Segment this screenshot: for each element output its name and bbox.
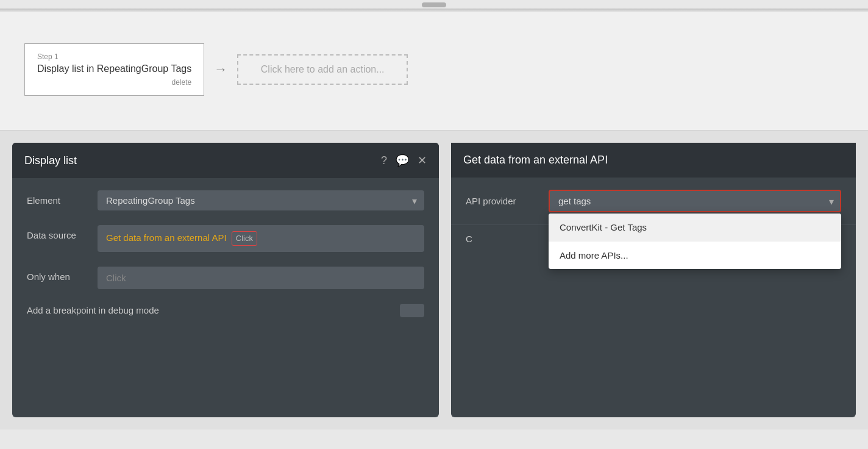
api-provider-row: API provider get tags ConvertKit - Get T…: [451, 178, 856, 225]
step1-delete[interactable]: delete: [37, 78, 191, 87]
only-when-placeholder: Click: [106, 273, 126, 283]
dropdown-item-add-more-label: Add more APIs...: [560, 250, 628, 260]
breakpoint-toggle[interactable]: [400, 304, 424, 317]
element-control: RepeatingGroup Tags: [98, 190, 424, 210]
help-icon[interactable]: ?: [381, 154, 387, 167]
dropdown-item-convertkit-label: ConvertKit - Get Tags: [560, 222, 647, 232]
api-provider-select-wrapper: get tags ConvertKit - Get Tags Add more …: [549, 190, 841, 212]
only-when-input[interactable]: Click: [98, 267, 424, 289]
data-source-text: Get data from an external API: [106, 232, 227, 243]
display-list-panel: Display list ? 💬 ✕ Element RepeatingGrou…: [12, 143, 439, 417]
only-when-row: Only when Click: [27, 267, 424, 289]
element-label: Element: [27, 190, 88, 206]
element-row: Element RepeatingGroup Tags: [27, 190, 424, 210]
element-select[interactable]: RepeatingGroup Tags: [98, 190, 424, 210]
arrow-icon: →: [214, 62, 227, 77]
display-list-body: Element RepeatingGroup Tags Data source …: [12, 178, 439, 329]
display-list-header: Display list ? 💬 ✕: [12, 143, 439, 178]
external-api-panel: Get data from an external API API provid…: [451, 143, 856, 417]
add-action-box[interactable]: Click here to add an action...: [237, 54, 408, 85]
api-provider-select[interactable]: get tags: [549, 190, 841, 212]
api-provider-label: API provider: [466, 196, 539, 206]
step1-title: Display list in RepeatingGroup Tags: [37, 63, 191, 74]
breakpoint-row: Add a breakpoint in debug mode: [27, 304, 424, 317]
panels-area: Display list ? 💬 ✕ Element RepeatingGrou…: [0, 131, 868, 429]
dropdown-item-add-more[interactable]: Add more APIs...: [549, 242, 841, 269]
chat-icon[interactable]: 💬: [396, 154, 409, 167]
external-api-header: Get data from an external API: [451, 143, 856, 178]
c-label: C: [466, 234, 472, 244]
click-badge: Click: [232, 231, 257, 246]
step1-box: Step 1 Display list in RepeatingGroup Ta…: [24, 43, 204, 96]
data-source-box[interactable]: Get data from an external API Click: [98, 225, 424, 252]
data-source-link[interactable]: Get data from an external API Click: [106, 232, 257, 243]
external-api-title: Get data from an external API: [463, 154, 608, 167]
data-source-label: Data source: [27, 225, 88, 240]
only-when-label: Only when: [27, 267, 88, 282]
data-source-row: Data source Get data from an external AP…: [27, 225, 424, 252]
api-provider-dropdown: ConvertKit - Get Tags Add more APIs...: [549, 214, 841, 269]
header-icons: ? 💬 ✕: [381, 154, 427, 167]
workflow-area: Step 1 Display list in RepeatingGroup Ta…: [0, 9, 868, 131]
scroll-handle: [422, 2, 446, 7]
add-action-label: Click here to add an action...: [261, 64, 385, 74]
display-list-title: Display list: [24, 154, 77, 167]
step1-label: Step 1: [37, 52, 191, 61]
only-when-control: Click: [98, 267, 424, 289]
data-source-control: Get data from an external API Click: [98, 225, 424, 252]
close-icon[interactable]: ✕: [418, 154, 427, 167]
dropdown-item-convertkit[interactable]: ConvertKit - Get Tags: [549, 214, 841, 242]
element-select-wrapper: RepeatingGroup Tags: [98, 190, 424, 210]
breakpoint-label: Add a breakpoint in debug mode: [27, 305, 159, 315]
